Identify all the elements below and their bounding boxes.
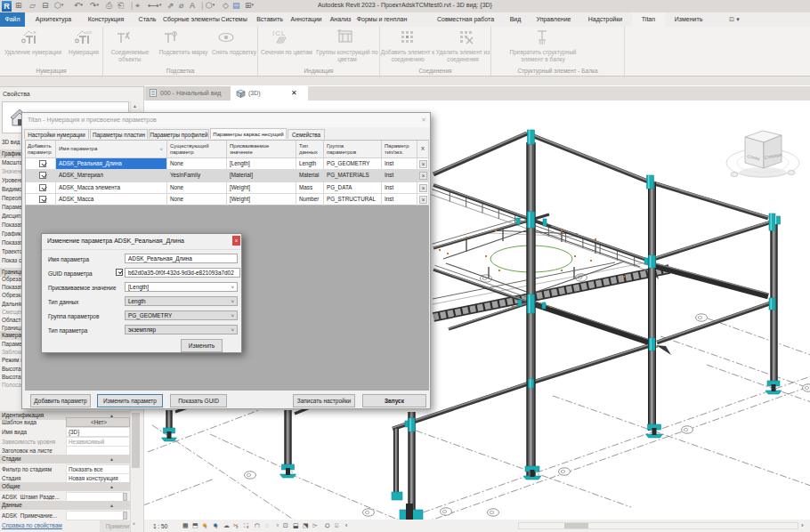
svg-text:✕: ✕ <box>33 30 36 35</box>
svg-text:123: 123 <box>85 30 92 35</box>
